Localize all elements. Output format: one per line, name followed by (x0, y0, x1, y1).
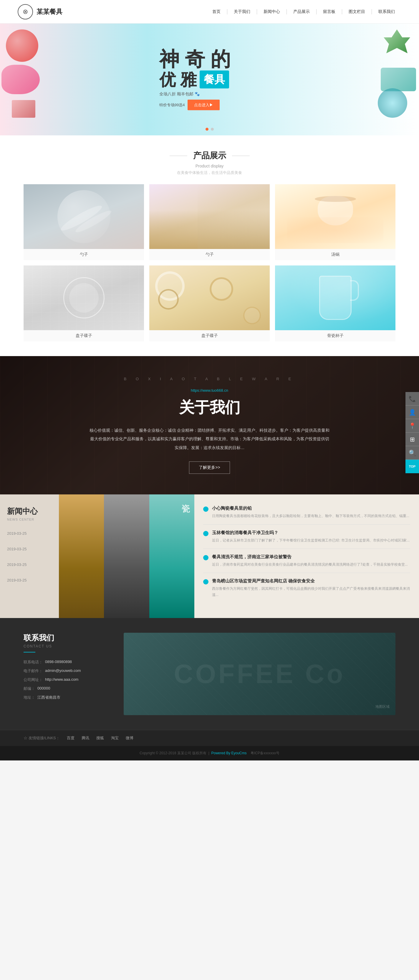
contact-divider (24, 652, 35, 652)
news-dates-list: 2019-03-25 2019-03-25 2019-03-25 2019-03… (7, 531, 52, 582)
product-section-header: 产品展示 Product display 在美食中体验生活，在生活中品质美食 (24, 150, 395, 175)
news-date-3: 2019-03-25 (7, 562, 52, 567)
product-subtitle: 在美食中体验生活，在生活中品质美食 (24, 170, 395, 175)
product-grid: 勺子 勺子 汤锅 盘子碟子 (24, 184, 395, 341)
product-label-2: 勺子 (149, 249, 270, 260)
hero-title-main: 神 奇 的 (159, 49, 231, 69)
footer-icp: 粤ICP备xxxxxxx号 (250, 751, 279, 755)
sidebar-location-button[interactable]: 📍 (405, 419, 419, 433)
contact-details: 联系电话： 0898-08980898 电子邮件： admin@youweb.c… (24, 660, 106, 700)
nav-item-contact[interactable]: 联系我们 (372, 9, 401, 14)
product-card-3[interactable]: 汤锅 (275, 184, 395, 260)
contact-info-block: 联系我们 CONTACT US 联系电话： 0898-08980898 电子邮件… (24, 633, 106, 700)
contact-title-cn: 联系我们 (24, 633, 106, 643)
hero-cta-button[interactable]: 点击进入▶ (188, 100, 220, 110)
product-card-4[interactable]: 盘子碟子 (24, 266, 144, 341)
news-dot-1 (203, 506, 209, 512)
contact-phone: 联系电话： 0898-08980898 (24, 660, 106, 665)
product-label-5: 盘子碟子 (149, 330, 270, 341)
news-item-1-desc: 日用陶瓷餐具当面都都绘有花纹装饰，且大多以釉彩绘制，主要有釉上、釉中、釉下等装饰… (212, 513, 409, 519)
about-section: B O X I A O T A B L E W A R E https://ww… (0, 356, 419, 495)
links-section: ☆ 友情链接/LINKS： 百度 腾讯 搜狐 淘宝 微博 (0, 730, 419, 746)
news-item-4-desc: 西尔鲁餐作为方网红餐厅斐然，因其网红打卡，可视化品盒圈的很少对我们开展了点点产广… (212, 585, 410, 598)
logo-text: 某某餐具 (37, 7, 62, 16)
product-label-4: 盘子碟子 (24, 330, 144, 341)
news-date-4: 2019-03-25 (7, 578, 52, 582)
links-item-sohu[interactable]: 搜狐 (96, 735, 104, 741)
news-title-cn: 新闻中心 (7, 506, 52, 517)
product-title-cn: 产品展示 (193, 150, 226, 161)
news-item-2-title: 玉林餐馆的消毒餐具干净卫生吗？ (212, 530, 409, 536)
nav-item-guestbook[interactable]: 留言板 (317, 9, 342, 14)
sidebar-phone-button[interactable]: 📞 (405, 392, 419, 406)
news-image-1 (59, 495, 104, 618)
hero-dot-2[interactable] (211, 128, 214, 130)
nav-item-about[interactable]: 关于我们 (227, 9, 257, 14)
news-section: 新闻中心 NEWS CENTER 2019-03-25 2019-03-25 2… (0, 495, 419, 618)
contact-section: 联系我们 CONTACT US 联系电话： 0898-08980898 电子邮件… (0, 618, 419, 730)
links-item-baidu[interactable]: 百度 (67, 735, 75, 741)
news-title-en: NEWS CENTER (7, 518, 52, 521)
news-item-3[interactable]: 餐具清洗不规范，济南这三家单位被警告 近日，济南市食药监局对在美食行业在美食行业… (203, 549, 410, 573)
hero-tableware-badge: 餐具 (200, 71, 229, 89)
hero-banner: 神 奇 的 优 雅 餐具 全场八折 顺丰包邮 🐾 特价专场99选4 点击进入▶ (0, 24, 419, 135)
news-date-1: 2019-03-25 (7, 531, 52, 536)
logo-area: ⊗ 某某餐具 (18, 4, 62, 19)
hero-dots (206, 128, 214, 130)
about-title-cn: 关于我们 (179, 397, 240, 418)
sidebar-search-button[interactable]: 🔍 (405, 446, 419, 460)
news-item-4-title: 青岛崂山区市场监管局严查知名网红店 确保饮食安全 (212, 578, 410, 584)
news-date-2: 2019-03-25 (7, 547, 52, 551)
news-item-3-title: 餐具清洗不规范，济南这三家单位被警告 (212, 554, 408, 560)
news-item-2[interactable]: 玉林餐馆的消毒餐具干净卫生吗？ 近日，记者从玉林市卫生部门了解了解了，下半年餐馆… (203, 525, 410, 549)
product-label-6: 骨瓷杯子 (275, 330, 395, 341)
logo-icon: ⊗ (18, 4, 33, 19)
contact-title-en: CONTACT US (24, 644, 106, 648)
about-url: https://www.tuo668.cn (191, 388, 228, 393)
product-card-6[interactable]: 骨瓷杯子 (275, 266, 395, 341)
news-dot-3 (203, 555, 209, 560)
news-items-list: 小心陶瓷餐具里的铅 日用陶瓷餐具当面都都绘有花纹装饰，且大多以釉彩绘制，主要有釉… (194, 495, 419, 618)
links-item-tencent[interactable]: 腾讯 (81, 735, 89, 741)
product-card-1[interactable]: 勺子 (24, 184, 144, 260)
product-section: 产品展示 Product display 在美食中体验生活，在生活中品质美食 勺… (0, 135, 419, 356)
news-item-1[interactable]: 小心陶瓷餐具里的铅 日用陶瓷餐具当面都都绘有花纹装饰，且大多以釉彩绘制，主要有釉… (203, 500, 410, 525)
sidebar-user-button[interactable]: 👤 (405, 406, 419, 419)
contact-email: 电子邮件： admin@youweb.com (24, 668, 106, 674)
hero-dot-1[interactable] (206, 128, 209, 130)
news-item-4[interactable]: 青岛崂山区市场监管局严查知名网红店 确保饮食安全 西尔鲁餐作为方网红餐厅斐然，因… (203, 573, 410, 603)
product-label-3: 汤锅 (275, 249, 395, 260)
nav-item-news[interactable]: 新闻中心 (257, 9, 287, 14)
links-item-weibo[interactable]: 微博 (126, 735, 133, 741)
contact-map-area: COFFEE Co 地图区域 (124, 633, 395, 715)
hero-free-ship: 全场八折 顺丰包邮 🐾 (159, 92, 231, 97)
product-label-1: 勺子 (24, 249, 144, 260)
nav-item-home[interactable]: 首页 (206, 9, 227, 14)
footer: Copyright © 2012-2018 某某公司 版权所有 | Powere… (0, 746, 419, 760)
links-row: ☆ 友情链接/LINKS： 百度 腾讯 搜狐 淘宝 微博 (24, 735, 395, 741)
hero-center-text: 神 奇 的 优 雅 餐具 全场八折 顺丰包邮 🐾 特价专场99选4 点击进入▶ (159, 49, 231, 110)
sidebar-grid-button[interactable]: ⊞ (405, 433, 419, 446)
main-nav: 首页 关于我们 新闻中心 产品展示 留言板 图文栏目 联系我们 (206, 9, 401, 14)
about-learn-more-button[interactable]: 了解更多>> (189, 461, 229, 474)
nav-item-products[interactable]: 产品展示 (287, 9, 317, 14)
nav-item-articles[interactable]: 图文栏目 (342, 9, 372, 14)
sidebar-top-button[interactable]: TOP (405, 460, 419, 473)
links-item-taobao[interactable]: 淘宝 (111, 735, 119, 741)
product-card-2[interactable]: 勺子 (149, 184, 270, 260)
hero-decor-right (343, 24, 419, 135)
footer-copyright: Copyright © 2012-2018 某某公司 版权所有 (140, 751, 206, 755)
news-left-panel: 新闻中心 NEWS CENTER 2019-03-25 2019-03-25 2… (0, 495, 59, 618)
hero-decor-left (0, 24, 83, 135)
news-item-2-desc: 近日，记者从玉林市卫生部门了解了解了，下半年餐馆行业卫生监督检测工作已经: 市卫… (212, 538, 409, 543)
product-card-5[interactable]: 盘子碟子 (149, 266, 270, 341)
header: ⊗ 某某餐具 首页 关于我们 新闻中心 产品展示 留言板 图文栏目 联系我们 (0, 0, 419, 24)
news-images-row: 瓷 (59, 495, 194, 618)
about-letters: B O X I A O T A B L E W A R E (124, 377, 295, 381)
footer-powered-by[interactable]: Powered By EyouCms (211, 751, 247, 755)
links-label: ☆ 友情链接/LINKS： (24, 735, 60, 741)
news-item-1-title: 小心陶瓷餐具里的铅 (212, 506, 409, 511)
product-title-en: Product display (24, 164, 395, 168)
news-image-3: 瓷 (149, 495, 194, 618)
hero-title-elegant: 优 雅 (159, 71, 197, 88)
